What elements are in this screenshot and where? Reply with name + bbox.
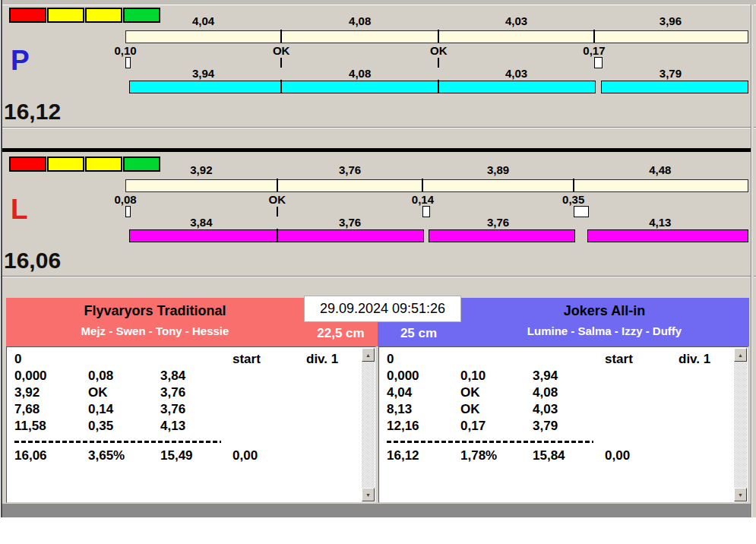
status-indicator bbox=[9, 157, 160, 172]
measurement-cell: 0,08 bbox=[88, 368, 160, 384]
measured-length-label: 4,08 bbox=[326, 68, 394, 80]
measured-length-label: 4,03 bbox=[482, 68, 551, 80]
measurement-cell: 0,35 bbox=[88, 418, 160, 435]
run-number: 0 bbox=[14, 351, 88, 368]
table-body-right: 0 start div. 1 0,0000,103,944,04OK4,088,… bbox=[387, 351, 729, 464]
measured-length-label: 4,13 bbox=[626, 217, 694, 229]
results-table-left: 0 start div. 1 0,0000,083,843,92OK3,767,… bbox=[6, 346, 376, 503]
app-window: P 16,12 4,043,940,104,084,08OK4,034,03OK… bbox=[0, 0, 756, 544]
measurement-row: 8,13OK4,03 bbox=[387, 401, 729, 418]
totals-divider bbox=[14, 441, 221, 443]
measured-bar-divider bbox=[438, 80, 439, 93]
joint-label: 0,35 bbox=[551, 194, 596, 206]
indicator-segment bbox=[85, 157, 122, 172]
total-cell: 3,65% bbox=[88, 448, 160, 464]
table-info-row: 0 start div. 1 bbox=[14, 351, 357, 368]
totals-row-left: 16,063,65%15,490,00 bbox=[14, 448, 357, 464]
gap-marker bbox=[574, 206, 589, 217]
window-right-edge bbox=[751, 5, 754, 517]
measurement-row: 3,92OK3,76 bbox=[14, 384, 357, 401]
measurement-row: 11,580,354,13 bbox=[14, 418, 357, 435]
scroll-up-button[interactable]: ▲ bbox=[734, 348, 747, 362]
indicator-segment bbox=[47, 157, 84, 172]
measurement-row: 7,680,143,76 bbox=[14, 401, 357, 418]
total-cell: 16,06 bbox=[14, 448, 88, 464]
joint-label: 0,08 bbox=[103, 194, 148, 206]
measurement-cell: 4,13 bbox=[160, 418, 232, 435]
gap-marker bbox=[594, 57, 603, 68]
totals-row-right: 16,121,78%15,840,00 bbox=[387, 448, 729, 464]
joint-label: OK bbox=[416, 45, 461, 57]
gap-marker bbox=[125, 206, 131, 217]
division-label: div. 1 bbox=[679, 351, 729, 368]
measurement-cell: 3,84 bbox=[160, 368, 232, 384]
table-scrollbar[interactable]: ▲ ▼ bbox=[362, 348, 375, 501]
lane-letter-l: L bbox=[11, 195, 28, 225]
measured-length-label: 3,76 bbox=[316, 217, 384, 229]
ok-joint-tick bbox=[438, 58, 439, 68]
empty-cell bbox=[533, 351, 605, 368]
reference-length-label: 4,03 bbox=[482, 15, 551, 27]
measured-length-label: 3,76 bbox=[464, 217, 533, 229]
reference-bar bbox=[125, 179, 748, 192]
bar-divider-tick bbox=[438, 30, 439, 43]
team-name-right: Jokers All-in bbox=[460, 298, 749, 318]
measurement-cell: OK bbox=[88, 384, 160, 401]
total-cell: 15,49 bbox=[160, 448, 232, 464]
measurement-cell: 3,94 bbox=[533, 368, 605, 384]
indicator-segment bbox=[9, 157, 46, 172]
measurement-cell: 0,14 bbox=[88, 401, 160, 418]
measurement-row: 12,160,173,79 bbox=[387, 418, 729, 435]
arrow-up-icon: ▲ bbox=[365, 353, 371, 358]
start-label: start bbox=[232, 351, 306, 368]
total-cell: 0,00 bbox=[232, 448, 306, 464]
lane-separator bbox=[2, 148, 754, 152]
reference-length-label: 4,48 bbox=[626, 164, 694, 176]
measured-bar-segment bbox=[277, 229, 425, 242]
team-name-left: Flyvaryors Traditional bbox=[6, 298, 304, 318]
measured-bar-segment bbox=[129, 229, 279, 242]
indicator-segment bbox=[85, 8, 122, 23]
ok-joint-tick bbox=[277, 207, 278, 217]
bar-divider-tick bbox=[593, 30, 595, 43]
measurement-cell: OK bbox=[460, 384, 533, 401]
indicator-segment bbox=[47, 8, 84, 23]
table-info-row: 0 start div. 1 bbox=[387, 351, 729, 368]
reference-length-label: 4,04 bbox=[169, 15, 238, 27]
lane-letter-p: P bbox=[11, 46, 30, 76]
measurement-cell: 3,76 bbox=[160, 384, 232, 401]
arrow-down-icon: ▼ bbox=[365, 492, 371, 498]
empty-cell bbox=[88, 351, 160, 368]
scroll-down-button[interactable]: ▼ bbox=[734, 488, 747, 501]
arrow-down-icon: ▼ bbox=[738, 492, 743, 498]
indicator-segment bbox=[123, 8, 160, 23]
measurement-cell: 4,03 bbox=[533, 401, 605, 418]
total-cell: 0,00 bbox=[605, 448, 679, 464]
measurement-cell: 0,17 bbox=[460, 418, 533, 435]
measured-bar-segment bbox=[587, 229, 748, 242]
measured-length-label: 3,79 bbox=[636, 68, 704, 80]
measured-bar-divider bbox=[277, 229, 278, 242]
indicator-segment bbox=[9, 8, 46, 23]
measurement-cell: 7,68 bbox=[14, 401, 88, 418]
scroll-up-button[interactable]: ▲ bbox=[362, 348, 375, 362]
total-cell: 15,84 bbox=[533, 448, 605, 464]
reference-length-label: 3,89 bbox=[464, 164, 533, 176]
measurement-cell: 3,76 bbox=[160, 401, 232, 418]
reference-length-label: 3,76 bbox=[316, 164, 384, 176]
scroll-down-button[interactable]: ▼ bbox=[362, 488, 375, 501]
measurement-row: 0,0000,083,84 bbox=[14, 368, 357, 384]
run-number: 0 bbox=[387, 351, 460, 368]
measured-length-label: 3,94 bbox=[169, 68, 238, 80]
measured-bar-segment bbox=[129, 81, 283, 93]
total-cell: 16,12 bbox=[387, 448, 460, 464]
measured-length-label: 3,84 bbox=[167, 217, 236, 229]
measured-bar-segment bbox=[438, 81, 596, 93]
start-label: start bbox=[605, 351, 679, 368]
lane-total-p: 16,12 bbox=[4, 99, 61, 125]
status-indicator bbox=[9, 8, 160, 23]
measurement-cell: 4,08 bbox=[533, 384, 605, 401]
table-scrollbar[interactable]: ▲ ▼ bbox=[734, 348, 747, 501]
joint-label: OK bbox=[258, 45, 304, 57]
measurement-cell: 3,92 bbox=[14, 384, 88, 401]
